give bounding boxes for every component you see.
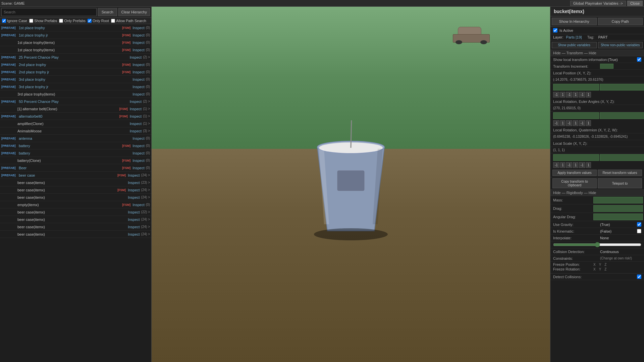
rot-x-plus-btn[interactable]: 1	[560, 120, 566, 126]
only-prefabs-checkbox[interactable]	[59, 19, 63, 23]
inspect-btn[interactable]: Inspect	[127, 195, 140, 199]
scale-x-minus-btn[interactable]: -1	[553, 162, 559, 168]
rot-z-minus-btn[interactable]: -1	[579, 120, 585, 126]
inspect-btn[interactable]: Inspect	[127, 225, 140, 229]
inspect-btn[interactable]: Inspect	[127, 181, 140, 185]
pos-x-input[interactable]: -14.20759	[553, 84, 599, 90]
inspect-btn[interactable]: Inspect	[132, 136, 145, 140]
scale-x-input[interactable]: 1	[553, 154, 599, 161]
rot-y-input[interactable]: 21.65115	[600, 112, 644, 119]
list-item[interactable]: [1] alternator belt(Clone)[FSM]Inspect(1…	[0, 105, 151, 113]
inspect-btn[interactable]: Inspect	[132, 63, 145, 67]
list-item[interactable]: AnimalsMooseInspect(3) >	[0, 127, 151, 135]
list-item[interactable]: [PREFAB]3rd place trophyInspect(0)	[0, 76, 151, 83]
list-item[interactable]: beer case(itemx)Inspect(23) >	[0, 179, 151, 186]
reset-transform-btn[interactable]: Reset transform values	[598, 170, 642, 176]
show-local-transform-checkbox[interactable]	[637, 57, 641, 62]
inspect-btn[interactable]: Inspect	[132, 151, 145, 155]
list-item[interactable]: 1st place trophy(itemx)[FSM]Inspect(0)	[0, 46, 151, 54]
pos-z-plus-btn[interactable]: 1	[586, 92, 591, 98]
list-item[interactable]: [PREFAB]2nd place trophy jr[FSM]Inspect(…	[0, 68, 151, 76]
inspect-btn[interactable]: Inspect	[127, 210, 140, 214]
inspect-btn[interactable]: Inspect	[129, 55, 142, 59]
list-item[interactable]: [PREFAB]1st place trophy[FSM]Inspect(0)	[0, 24, 151, 32]
list-item[interactable]: [PREFAB]2nd place trophy[FSM]Inspect(0)	[0, 61, 151, 68]
global-playmaker-btn[interactable]: Global Playmaker Variables ->	[570, 1, 626, 6]
inspect-btn[interactable]: Inspect	[132, 33, 145, 37]
rot-x-minus-btn[interactable]: -1	[553, 120, 559, 126]
inspect-btn[interactable]: Inspect	[129, 129, 142, 133]
close-btn[interactable]: Close	[627, 1, 643, 6]
use-gravity-checkbox[interactable]	[637, 222, 641, 227]
rot-z-plus-btn[interactable]: 1	[586, 120, 591, 126]
mass-input[interactable]: 30	[593, 197, 643, 203]
list-item[interactable]: [PREFAB]antennaInspect(0)	[0, 135, 151, 142]
scale-z-plus-btn[interactable]: 1	[586, 162, 591, 168]
list-item[interactable]: [PREFAB]1st place trophy jr[FSM]Inspect(…	[0, 32, 151, 39]
angular-drag-input[interactable]: 0.05	[593, 214, 643, 220]
copy-path-btn[interactable]: Copy Path	[598, 18, 643, 25]
detect-collisions-checkbox[interactable]	[637, 275, 641, 279]
is-active-checkbox[interactable]	[553, 28, 557, 33]
inspect-btn[interactable]: Inspect	[129, 107, 142, 111]
scale-y-plus-btn[interactable]: 1	[573, 162, 578, 168]
show-prefabs-checkbox[interactable]	[29, 19, 33, 23]
list-item[interactable]: beer case(itemx)Inspect(24) >	[0, 194, 151, 201]
inspect-btn[interactable]: Inspect	[127, 218, 140, 222]
copy-transform-btn[interactable]: Copy transform to clipboard	[552, 178, 597, 188]
search-input[interactable]	[1, 8, 97, 16]
list-item[interactable]: beer case(itemx)Inspect(24) >	[0, 216, 151, 223]
scale-z-minus-btn[interactable]: -1	[579, 162, 585, 168]
clear-hierarchy-button[interactable]: Clear Hierarchy	[118, 8, 150, 16]
pos-y-input[interactable]: -0.3796578	[600, 84, 644, 90]
only-root-checkbox[interactable]	[88, 19, 92, 23]
ignore-case-checkbox[interactable]	[2, 19, 6, 23]
inspect-btn[interactable]: Inspect	[132, 48, 145, 52]
pos-x-minus-btn[interactable]: -1	[553, 92, 559, 98]
inspect-btn[interactable]: Inspect	[127, 232, 140, 236]
drag-input[interactable]: 0	[593, 205, 643, 212]
inspect-btn[interactable]: Inspect	[132, 77, 145, 81]
scale-y-input[interactable]: 1	[600, 154, 644, 161]
show-public-vars-btn[interactable]: Show public variables	[552, 42, 597, 48]
list-item[interactable]: beer case(itemx)Inspect(22) >	[0, 208, 151, 216]
is-kinematic-checkbox[interactable]	[637, 229, 641, 233]
list-item[interactable]: beer case(itemx)Inspect(24) >	[0, 231, 151, 238]
list-item[interactable]: empty(itemx)[FSM]Inspect(0)	[0, 201, 151, 208]
pos-y-minus-btn[interactable]: -1	[566, 92, 572, 98]
inspect-btn[interactable]: Inspect	[132, 41, 145, 45]
allow-path-checkbox[interactable]	[111, 19, 115, 23]
show-nonpublic-vars-btn[interactable]: Show non-public variables	[598, 42, 643, 48]
inspect-btn[interactable]: Inspect	[132, 159, 145, 163]
list-item[interactable]: beer case(itemx)[FSM]Inspect(24) >	[0, 186, 151, 194]
transform-increment-input[interactable]: 1	[600, 64, 613, 69]
apply-transform-btn[interactable]: Apply transform values	[552, 170, 597, 176]
list-item[interactable]: [PREFAB]50 Percent Chance PlayInspect(2)…	[0, 98, 151, 105]
pos-y-plus-btn[interactable]: 1	[573, 92, 578, 98]
list-item[interactable]: battery(Clone)[FSM]Inspect(0)	[0, 157, 151, 164]
scale-x-plus-btn[interactable]: 1	[560, 162, 566, 168]
inspect-btn[interactable]: Inspect	[132, 92, 145, 96]
inspect-btn[interactable]: Inspect	[132, 144, 145, 148]
search-button[interactable]: Search	[98, 8, 117, 16]
rot-y-minus-btn[interactable]: -1	[566, 120, 572, 126]
rot-y-plus-btn[interactable]: 1	[573, 120, 578, 126]
list-item[interactable]: [PREFAB]Beer[FSM]Inspect(0)	[0, 164, 151, 172]
list-item[interactable]: [PREFAB]battery[FSM]Inspect(0)	[0, 142, 151, 149]
list-item[interactable]: 1st place trophy(itemx)[FSM]Inspect(0)	[0, 39, 151, 46]
interpolate-slider[interactable]	[553, 242, 641, 247]
inspect-btn[interactable]: Inspect	[129, 100, 142, 104]
inspect-btn[interactable]: Inspect	[127, 173, 140, 177]
inspect-btn[interactable]: Inspect	[129, 122, 142, 126]
inspect-btn[interactable]: Inspect	[132, 26, 145, 30]
inspect-btn[interactable]: Inspect	[129, 114, 142, 118]
list-item[interactable]: [PREFAB]25 Percent Chance PlayInspect(2)…	[0, 54, 151, 61]
show-in-hierarchy-btn[interactable]: Show In Hierarchy	[552, 18, 597, 25]
list-item[interactable]: beer case(itemx)Inspect(24) >	[0, 223, 151, 231]
list-item[interactable]: [PREFAB]batteryInspect(0)	[0, 149, 151, 157]
inspect-btn[interactable]: Inspect	[127, 188, 140, 192]
teleport-btn[interactable]: Teleport to	[598, 178, 642, 188]
inspect-btn[interactable]: Inspect	[132, 203, 145, 207]
pos-z-minus-btn[interactable]: -1	[579, 92, 585, 98]
list-item[interactable]: [PREFAB]alternatorbelt0[FSM]Inspect(1) >	[0, 113, 151, 120]
